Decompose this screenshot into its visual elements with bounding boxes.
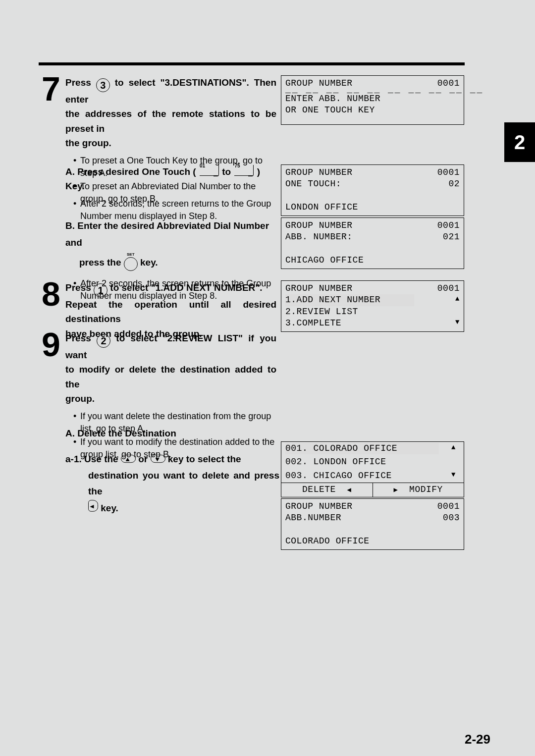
up-arrow-icon: ▲ <box>455 294 460 306</box>
lcd-screen-3: GROUP NUMBER0001 ABB. NUMBER:021 CHICAGO… <box>281 217 464 273</box>
up-arrow-icon: ▲ <box>451 443 460 454</box>
set-button-icon <box>124 257 138 271</box>
lcd-screen-1: GROUP NUMBER0001 __ __ __ __ __ __ __ __… <box>281 75 464 129</box>
step-number: 7 <box>42 77 65 101</box>
delete-label: DELETE ◀ <box>281 483 373 496</box>
step-number: 8 <box>42 282 65 306</box>
text: key to select the <box>168 454 241 464</box>
text: the group. <box>65 136 276 150</box>
lcd-text: GROUP NUMBER <box>285 220 353 231</box>
lcd-text-highlighted: 001. COLORADO OFFICE <box>285 443 439 454</box>
text: key. <box>140 258 158 268</box>
down-arrow-icon: ▼ <box>455 318 460 329</box>
step-number: 9 <box>42 333 65 357</box>
lcd-text: ABB.NUMBER <box>285 512 341 524</box>
substep-title: A. Press desired One Touch ( 01 to 75 ) … <box>65 164 279 194</box>
text: Press <box>65 333 97 343</box>
text: key. <box>101 503 118 513</box>
lcd-text: 0001 <box>437 501 460 512</box>
substep-title: A. Delete the Destination <box>65 426 279 440</box>
step-title: Press 3 to select "3.DESTINATIONS". Then… <box>65 75 276 151</box>
text: B. Enter the desired Abbreviated Dial Nu… <box>65 217 279 251</box>
lcd-text: ABB. NUMBER: <box>285 231 353 243</box>
lcd-text: 0001 <box>437 283 460 294</box>
lcd-text-highlighted: 1.ADD NEXT NUMBER <box>285 294 414 306</box>
modify-label: ▶ MODIFY <box>373 483 464 496</box>
substep-a1: a-1. Use the or key to select the destin… <box>65 451 279 516</box>
down-arrow-icon: ▼ <box>451 470 460 482</box>
button-2-icon: 2 <box>97 334 110 348</box>
page-background: 2 7 Press 3 to select "3.DESTINATIONS". … <box>0 0 535 756</box>
lcd-screen-5: 001. COLORADO OFFICE▲ 002. LONDON OFFICE… <box>281 441 464 501</box>
lcd-text: COLORADO OFFICE <box>285 536 370 547</box>
text: 01 <box>200 162 205 170</box>
lcd-text: 3.COMPLETE <box>285 318 341 329</box>
text: press the <box>79 258 124 268</box>
text: to select "1.ADD NEXT NUMBER". <box>110 282 262 293</box>
page-number: 2-29 <box>465 732 490 747</box>
text: the addresses of the remote stations to … <box>65 107 276 136</box>
left-button-icon <box>88 500 98 512</box>
lcd-text: GROUP NUMBER <box>285 283 353 294</box>
step-title: Press 2 to select "2.REVIEW LIST" if you… <box>65 331 276 406</box>
lcd-text: ONE TOUCH: <box>285 178 341 190</box>
lcd-text: LONDON OFFICE <box>285 202 358 213</box>
lcd-text: 2.REVIEW LIST <box>285 306 358 318</box>
text: Press <box>65 77 96 88</box>
step7a: A. Press desired One Touch ( 01 to 75 ) … <box>65 164 279 223</box>
step9a: A. Delete the Destination a-1. Use the o… <box>65 426 279 517</box>
lcd-text: 003. CHICAGO OFFICE <box>285 470 392 482</box>
substep-title: B. Enter the desired Abbreviated Dial Nu… <box>65 217 279 273</box>
lcd-text: 003 <box>443 512 460 524</box>
text: group. <box>65 391 276 406</box>
text: a-1. Use the <box>65 454 121 464</box>
top-rule <box>39 62 465 65</box>
text: to <box>222 166 233 177</box>
text: destination you want to delete and press… <box>88 468 279 500</box>
up-button-icon <box>121 455 136 463</box>
lcd-text: CHICAGO OFFICE <box>285 255 364 266</box>
lcd-text: 02 <box>448 178 460 190</box>
lcd-text: 0001 <box>437 220 460 231</box>
button-3-icon: 3 <box>96 78 110 92</box>
onetouch-key-75-icon: 75 <box>234 169 253 176</box>
lcd-text: 0001 <box>437 167 460 178</box>
lcd-text: OR ONE TOUCH KEY <box>285 105 375 116</box>
text: 75 <box>234 162 240 170</box>
down-button-icon <box>151 455 165 463</box>
text: Press <box>65 282 94 293</box>
text: or <box>138 454 150 464</box>
lcd-text: ENTER ABB. NUMBER <box>285 93 380 105</box>
lcd-text: GROUP NUMBER <box>285 167 353 178</box>
onetouch-key-01-icon: 01 <box>200 169 218 176</box>
right-arrow-icon: ▶ <box>394 486 398 494</box>
text: to modify or delete the destination adde… <box>65 362 276 391</box>
text: A. Press desired One Touch ( <box>65 166 199 177</box>
lcd-screen-4: GROUP NUMBER0001 1.ADD NEXT NUMBER▲ 2.RE… <box>281 280 464 336</box>
button-1-icon: 1 <box>94 283 107 297</box>
left-arrow-icon: ◀ <box>347 486 351 494</box>
lcd-text: 021 <box>443 231 460 243</box>
chapter-tab: 2 <box>504 122 535 162</box>
lcd-text: 002. LONDON OFFICE <box>285 456 386 468</box>
lcd-screen-2: GROUP NUMBER0001 ONE TOUCH:02 LONDON OFF… <box>281 164 464 220</box>
lcd-screen-6: GROUP NUMBER0001 ABB.NUMBER003 COLORADO … <box>281 498 464 554</box>
lcd-text: GROUP NUMBER <box>285 501 353 512</box>
text: Repeat the operation until all desired d… <box>65 297 276 326</box>
